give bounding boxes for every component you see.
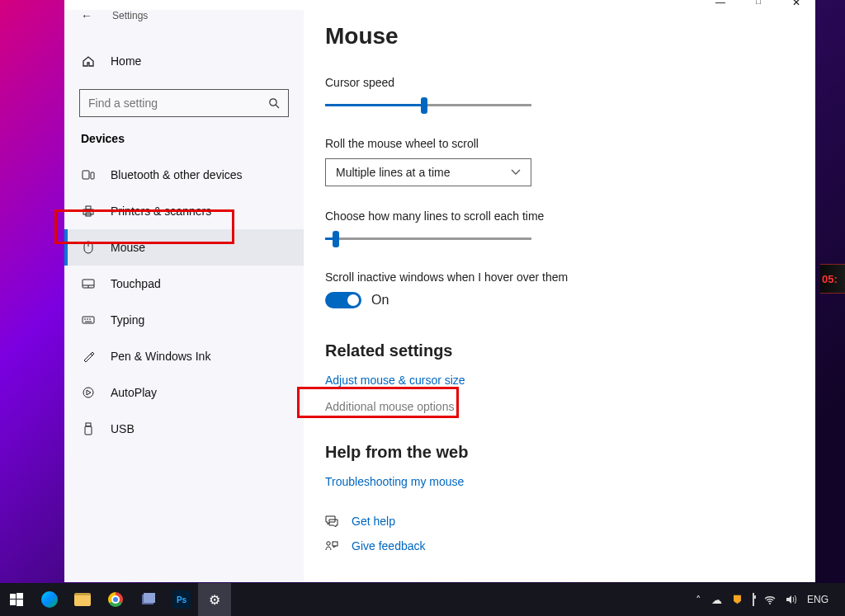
search-input[interactable] [79, 89, 289, 117]
devices-icon [81, 169, 96, 181]
search-field[interactable] [88, 96, 268, 110]
keyboard-icon [81, 316, 96, 324]
sidebar-item-label: Touchpad [111, 277, 161, 290]
link-additional-mouse-options[interactable]: Additional mouse options [325, 400, 799, 413]
autoplay-icon [81, 387, 96, 398]
link-give-feedback[interactable]: Give feedback [352, 539, 426, 553]
window-maximize-button[interactable]: □ [739, 0, 777, 13]
sidebar-item-label: Bluetooth & other devices [111, 168, 243, 181]
taskbar-edge[interactable] [33, 583, 66, 616]
related-heading: Related settings [325, 341, 799, 360]
system-tray[interactable]: ˄ ☁ ⛊ ENG [696, 594, 845, 606]
lines-slider[interactable] [325, 231, 531, 247]
roll-select[interactable]: Multiple lines at a time [325, 158, 531, 186]
tray-wifi-icon[interactable] [764, 595, 776, 604]
sidebar-item-mouse[interactable]: Mouse [64, 229, 304, 266]
back-button[interactable]: ← [81, 9, 92, 22]
svg-line-1 [276, 105, 279, 108]
link-get-help[interactable]: Get help [352, 515, 395, 528]
window-close-button[interactable]: ✕ [777, 0, 815, 13]
svg-rect-25 [17, 600, 23, 606]
inactive-toggle-value: On [371, 293, 389, 308]
usb-icon [81, 422, 96, 435]
chat-icon [325, 515, 338, 527]
svg-rect-4 [83, 209, 93, 214]
search-icon [268, 97, 280, 109]
svg-rect-21 [333, 542, 338, 546]
cursor-speed-slider[interactable] [325, 97, 531, 114]
touchpad-icon [81, 279, 96, 289]
sidebar-item-label: Mouse [111, 241, 145, 254]
svg-rect-18 [86, 423, 91, 426]
sidebar-section-title: Devices [64, 132, 304, 157]
sidebar-item-printers[interactable]: Printers & scanners [64, 193, 304, 229]
lines-label: Choose how many lines to scroll each tim… [325, 209, 799, 223]
svg-point-17 [83, 388, 93, 397]
taskbar[interactable]: Ps ⚙ ˄ ☁ ⛊ ENG [0, 583, 845, 616]
window-minimize-button[interactable]: — [701, 0, 739, 13]
sidebar-item-label: USB [111, 422, 135, 435]
help-heading: Help from the web [325, 443, 799, 462]
svg-rect-22 [10, 594, 16, 599]
chevron-down-icon [511, 169, 521, 176]
link-troubleshoot-mouse[interactable]: Troubleshooting my mouse [325, 475, 799, 488]
settings-main: Mouse Cursor speed Roll the mouse wheel … [304, 10, 815, 582]
settings-sidebar: ← Settings Home Devices Blue [64, 10, 304, 582]
sidebar-item-pen[interactable]: Pen & Windows Ink [64, 338, 304, 374]
mouse-icon [81, 241, 96, 254]
sidebar-item-typing[interactable]: Typing [64, 302, 304, 338]
tray-language[interactable]: ENG [807, 594, 828, 605]
sidebar-item-label: Pen & Windows Ink [111, 350, 210, 363]
feedback-icon [325, 540, 338, 552]
svg-rect-12 [83, 317, 94, 323]
sidebar-item-label: Printers & scanners [111, 205, 211, 218]
cursor-speed-label: Cursor speed [325, 76, 799, 89]
svg-rect-3 [91, 172, 94, 179]
app-title: Settings [112, 10, 148, 21]
link-adjust-mouse-cursor-size[interactable]: Adjust mouse & cursor size [325, 374, 799, 387]
tray-chevron-up-icon[interactable]: ˄ [696, 594, 701, 606]
taskbar-explorer[interactable] [66, 583, 99, 616]
tray-security-icon[interactable]: ⛊ [732, 594, 743, 606]
taskbar-app[interactable] [132, 583, 165, 616]
sidebar-item-home[interactable]: Home [64, 43, 304, 79]
svg-point-20 [327, 542, 330, 545]
taskbar-photoshop[interactable]: Ps [165, 583, 198, 616]
svg-rect-19 [85, 426, 92, 435]
sidebar-item-bluetooth[interactable]: Bluetooth & other devices [64, 157, 304, 193]
sidebar-item-label: AutoPlay [111, 386, 157, 399]
tray-battery-icon[interactable] [753, 594, 754, 605]
sidebar-item-label: Typing [111, 313, 144, 327]
settings-window: — □ ✕ ← Settings Home De [64, 0, 815, 582]
window-titlebar: — □ ✕ [64, 0, 815, 10]
desk-clock-partial: 05: [820, 264, 845, 294]
printer-icon [81, 205, 96, 217]
svg-rect-2 [83, 171, 89, 179]
svg-point-0 [270, 99, 276, 106]
sidebar-item-autoplay[interactable]: AutoPlay [64, 374, 304, 411]
sidebar-item-touchpad[interactable]: Touchpad [64, 266, 304, 302]
home-icon [81, 54, 96, 68]
sidebar-item-usb[interactable]: USB [64, 411, 304, 447]
svg-rect-5 [86, 206, 91, 209]
sidebar-item-label: Home [111, 54, 141, 68]
page-title: Mouse [325, 23, 799, 49]
svg-rect-27 [144, 593, 155, 603]
pen-icon [81, 350, 96, 362]
taskbar-start-button[interactable] [0, 583, 33, 616]
inactive-label: Scroll inactive windows when I hover ove… [325, 270, 799, 284]
svg-rect-23 [17, 593, 23, 599]
roll-select-value: Multiple lines at a time [336, 166, 451, 179]
svg-point-28 [769, 603, 771, 604]
inactive-toggle[interactable] [325, 292, 361, 308]
tray-volume-icon[interactable] [786, 595, 797, 604]
taskbar-chrome[interactable] [99, 583, 132, 616]
taskbar-settings[interactable]: ⚙ [198, 583, 231, 616]
tray-onedrive-icon[interactable]: ☁ [711, 594, 722, 606]
svg-rect-24 [10, 600, 16, 605]
roll-label: Roll the mouse wheel to scroll [325, 137, 799, 150]
